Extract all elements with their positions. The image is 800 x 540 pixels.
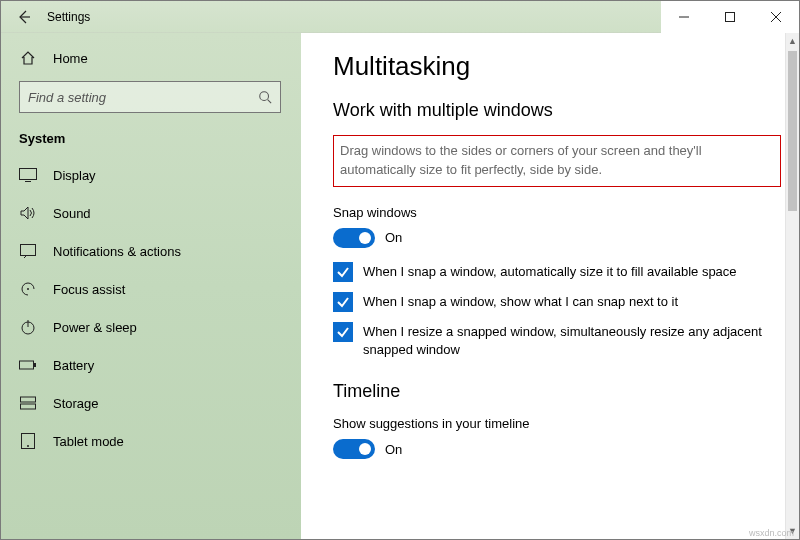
close-button[interactable] xyxy=(753,1,799,33)
sidebar-item-label: Notifications & actions xyxy=(53,244,181,259)
svg-rect-2 xyxy=(20,169,37,180)
settings-window: Settings Home xyxy=(0,0,800,540)
checkbox-icon xyxy=(333,292,353,312)
tablet-icon xyxy=(19,432,37,450)
scrollbar-thumb[interactable] xyxy=(788,51,797,211)
sidebar-item-display[interactable]: Display xyxy=(1,156,301,194)
window-buttons xyxy=(661,1,799,33)
arrow-left-icon xyxy=(16,9,32,25)
sidebar-item-sound[interactable]: Sound xyxy=(1,194,301,232)
minimize-button[interactable] xyxy=(661,1,707,33)
svg-rect-7 xyxy=(34,363,36,367)
storage-icon xyxy=(19,394,37,412)
svg-point-1 xyxy=(260,92,269,101)
timeline-suggestions-row: On xyxy=(333,439,781,459)
snap-option-show-next[interactable]: When I snap a window, show what I can sn… xyxy=(333,292,781,312)
minimize-icon xyxy=(679,12,689,22)
checkbox-label: When I resize a snapped window, simultan… xyxy=(363,322,781,359)
scroll-up-icon: ▲ xyxy=(786,33,799,49)
sidebar-item-storage[interactable]: Storage xyxy=(1,384,301,422)
snap-option-fill-space[interactable]: When I snap a window, automatically size… xyxy=(333,262,781,282)
maximize-icon xyxy=(725,12,735,22)
svg-rect-0 xyxy=(726,13,735,22)
svg-rect-3 xyxy=(21,245,36,256)
timeline-suggestions-label: Show suggestions in your timeline xyxy=(333,416,781,431)
focus-icon xyxy=(19,280,37,298)
sidebar-item-label: Sound xyxy=(53,206,91,221)
titlebar: Settings xyxy=(1,1,799,33)
svg-rect-9 xyxy=(21,404,36,409)
description-box: Drag windows to the sides or corners of … xyxy=(333,135,781,187)
sidebar-item-label: Battery xyxy=(53,358,94,373)
section-heading-timeline: Timeline xyxy=(333,381,781,402)
sidebar-item-focus-assist[interactable]: Focus assist xyxy=(1,270,301,308)
main-panel: Multitasking Work with multiple windows … xyxy=(301,33,799,539)
sidebar-item-label: Storage xyxy=(53,396,99,411)
sidebar-item-tablet-mode[interactable]: Tablet mode xyxy=(1,422,301,460)
snap-windows-toggle[interactable] xyxy=(333,228,375,248)
watermark: wsxdn.com xyxy=(749,528,794,538)
svg-point-4 xyxy=(27,288,29,290)
snap-option-resize-adjacent[interactable]: When I resize a snapped window, simultan… xyxy=(333,322,781,359)
svg-point-11 xyxy=(27,445,29,447)
snap-windows-row: On xyxy=(333,228,781,248)
sidebar-home-label: Home xyxy=(53,51,88,66)
checkbox-icon xyxy=(333,322,353,342)
page-title: Multitasking xyxy=(333,51,781,82)
timeline-suggestions-state: On xyxy=(385,442,402,457)
window-title: Settings xyxy=(47,10,90,24)
display-icon xyxy=(19,166,37,184)
sidebar-item-notifications[interactable]: Notifications & actions xyxy=(1,232,301,270)
home-icon xyxy=(19,49,37,67)
scrollbar[interactable]: ▲ ▼ xyxy=(785,33,799,539)
close-icon xyxy=(771,12,781,22)
checkbox-icon xyxy=(333,262,353,282)
sidebar-item-battery[interactable]: Battery xyxy=(1,346,301,384)
sidebar-item-power-sleep[interactable]: Power & sleep xyxy=(1,308,301,346)
sidebar-item-label: Tablet mode xyxy=(53,434,124,449)
sound-icon xyxy=(19,204,37,222)
battery-icon xyxy=(19,356,37,374)
checkbox-label: When I snap a window, automatically size… xyxy=(363,262,781,281)
snap-windows-label: Snap windows xyxy=(333,205,781,220)
sidebar-section-system: System xyxy=(1,121,301,156)
sidebar-item-label: Focus assist xyxy=(53,282,125,297)
content-area: Home System Display Sound xyxy=(1,33,799,539)
sidebar-item-label: Display xyxy=(53,168,96,183)
power-icon xyxy=(19,318,37,336)
snap-windows-state: On xyxy=(385,230,402,245)
notifications-icon xyxy=(19,242,37,260)
timeline-suggestions-toggle[interactable] xyxy=(333,439,375,459)
maximize-button[interactable] xyxy=(707,1,753,33)
checkbox-label: When I snap a window, show what I can sn… xyxy=(363,292,781,311)
sidebar-home[interactable]: Home xyxy=(1,39,301,77)
search-input[interactable] xyxy=(28,90,258,105)
back-button[interactable] xyxy=(1,1,47,33)
sidebar-item-label: Power & sleep xyxy=(53,320,137,335)
svg-rect-8 xyxy=(21,397,36,402)
svg-rect-6 xyxy=(20,361,34,369)
sidebar: Home System Display Sound xyxy=(1,33,301,539)
search-box[interactable] xyxy=(19,81,281,113)
search-icon xyxy=(258,90,272,104)
section-heading-windows: Work with multiple windows xyxy=(333,100,781,121)
